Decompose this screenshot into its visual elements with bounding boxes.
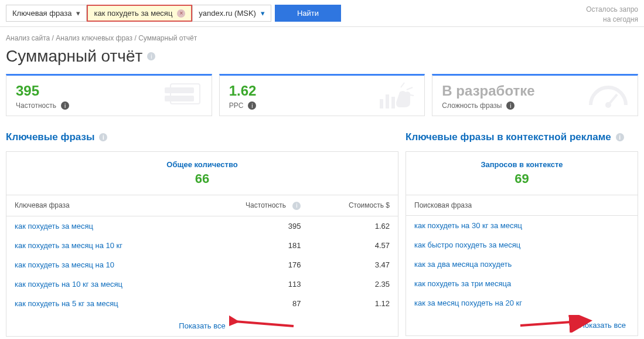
panel-summary: Общее количество 66 [6,152,398,195]
table-row: как похудеть на 30 кг за месяц [406,216,638,236]
info-icon[interactable]: i [99,133,107,141]
svg-line-9 [520,321,588,326]
mode-label: Ключевая фраза [12,9,71,18]
keywords-table: Ключевая фраза Частотность i Стоимость $… [6,195,398,313]
info-icon[interactable]: i [506,101,514,110]
crumb-site-analysis[interactable]: Анализ сайта [6,34,50,42]
cell-freq: 395 [198,216,309,236]
show-all-row: Показать все [6,313,398,336]
panel-count: 69 [406,171,638,187]
keywords-panel: Общее количество 66 Ключевая фраза Часто… [6,151,398,337]
show-all-link[interactable]: Показать все [179,321,225,330]
card-difficulty: В разработке Сложность фразыi [432,74,638,116]
svg-rect-0 [165,87,194,93]
mode-dropdown[interactable]: Ключевая фраза ▾ [6,5,87,22]
show-all-row: Показать все [406,313,638,335]
table-row: как похудеть за месяц на 101763.47 [6,255,398,274]
page-title-row: Суммарный отчёт i [0,46,644,74]
engine-dropdown[interactable]: yandex.ru (MSK) ▾ [192,5,271,22]
cell-freq: 176 [198,255,309,274]
info-icon[interactable]: i [292,202,301,210]
panel-count: 66 [6,171,398,187]
svg-rect-5 [391,97,395,109]
engine-label: yandex.ru (MSK) [199,9,256,18]
phrase-link[interactable]: как похудеть на 10 кг за месяц [6,274,198,294]
svg-rect-3 [380,99,383,109]
card-label: PPC [229,101,244,110]
svg-line-8 [235,321,294,326]
query-text: как похудеть за месяц [94,9,172,18]
cell-cost: 1.62 [309,216,398,236]
show-all-link[interactable]: Показать все [580,321,626,330]
table-row: как за месяц похудеть на 20 кг [406,293,638,313]
svg-line-7 [608,94,617,105]
hand-click-icon [377,82,418,111]
info-icon[interactable]: i [147,52,155,60]
section-ads-keywords: Ключевые фразы в контекстной рекламе i З… [406,127,638,337]
col-phrase: Поисковая фраза [406,195,638,216]
annotation-arrow [229,316,299,333]
table-row: как похудеть за месяц3951.62 [6,216,398,236]
cell-freq: 181 [198,236,309,255]
phrase-link[interactable]: как за месяц похудеть на 20 кг [406,293,638,313]
section-title: Ключевые фразы в контекстной рекламе [406,131,611,143]
cell-cost: 2.35 [309,274,398,294]
table-row: как похудеть за месяц на 10 кг1814.57 [6,236,398,255]
find-button[interactable]: Найти [275,5,341,22]
svg-rect-1 [165,96,194,101]
phrase-link[interactable]: как похудеть за месяц на 10 [6,255,198,274]
search-bar: Ключевая фраза ▾ как похудеть за месяц ×… [0,0,644,27]
panel-summary: Запросов в контексте 69 [406,152,638,195]
phrase-link[interactable]: как быстро похудеть за месяц [406,235,638,255]
phrase-link[interactable]: как похудеть на 5 кг за месяц [6,294,198,313]
crumb-current: Суммарный отчёт [138,34,197,42]
info-icon[interactable]: i [61,101,69,110]
cell-freq: 113 [198,274,309,294]
cell-freq: 87 [198,294,309,313]
section-title: Ключевые фразы [6,131,94,143]
phrase-link[interactable]: как похудеть за три месяца [406,274,638,293]
phrase-link[interactable]: как похудеть на 30 кг за месяц [406,216,638,236]
gauge-icon [585,82,632,111]
table-row: как похудеть на 10 кг за месяц1132.35 [6,274,398,294]
col-cost: Стоимость $ [309,195,398,216]
svg-rect-4 [386,94,389,109]
phrase-link[interactable]: как похудеть за месяц на 10 кг [6,236,198,255]
table-row: как за два месяца похудеть [406,255,638,274]
card-bg-icon [159,82,206,110]
card-ppc: 1.62 PPCi [219,74,425,116]
ads-table: Поисковая фраза как похудеть на 30 кг за… [406,195,638,313]
section-keywords: Ключевые фразы i Общее количество 66 Клю… [6,127,398,337]
table-row: как похудеть на 5 кг за месяц871.12 [6,294,398,313]
page-title: Суммарный отчёт [6,47,142,66]
sections: Ключевые фразы i Общее количество 66 Клю… [0,127,644,337]
table-row: как быстро похудеть за месяц [406,235,638,255]
metric-cards: 395 Частотностьi 1.62 PPCi В разработке … [0,74,644,127]
chevron-down-icon: ▾ [76,9,80,18]
table-row: как похудеть за три месяца [406,274,638,293]
chevron-down-icon: ▾ [261,9,265,18]
clear-icon[interactable]: × [177,9,185,18]
ads-panel: Запросов в контексте 69 Поисковая фраза … [406,151,638,336]
query-input-wrap[interactable]: как похудеть за месяц × [87,5,192,22]
card-frequency: 395 Частотностьi [6,74,212,116]
panel-label: Общее количество [6,160,398,169]
info-icon[interactable]: i [616,133,624,141]
col-phrase: Ключевая фраза [6,195,198,216]
quota-text: Осталось запро на сегодня [586,5,638,25]
cell-cost: 4.57 [309,236,398,255]
card-label: Сложность фразы [442,101,502,110]
info-icon[interactable]: i [248,101,256,110]
cell-cost: 3.47 [309,255,398,274]
crumb-keyword-analysis[interactable]: Анализ ключевых фраз [56,34,132,42]
card-label: Частотность [16,101,56,110]
breadcrumb: Анализ сайта / Анализ ключевых фраз / Су… [0,27,644,46]
phrase-link[interactable]: как за два месяца похудеть [406,255,638,274]
phrase-link[interactable]: как похудеть за месяц [6,216,198,236]
col-freq: Частотность [246,201,286,209]
panel-label: Запросов в контексте [406,160,638,169]
cell-cost: 1.12 [309,294,398,313]
